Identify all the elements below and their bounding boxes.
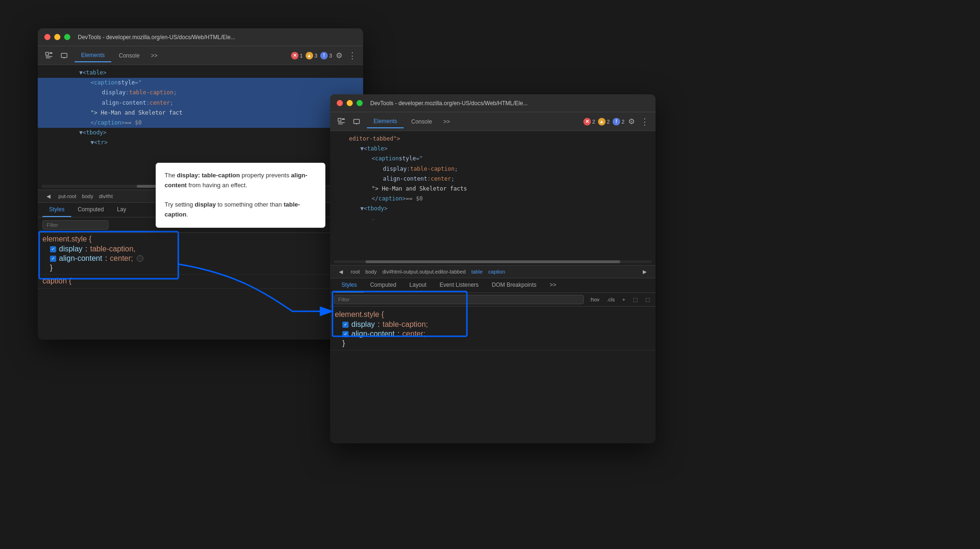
- html-line[interactable]: editor-tabbed">: [330, 134, 656, 144]
- style-rule-element-2: element.style { display : table-caption;…: [330, 308, 656, 350]
- warning-badge-1: ▲ 3: [306, 52, 317, 59]
- more-tabs-1[interactable]: >>: [147, 50, 161, 62]
- panel-tabs-2: Styles Computed Layout Event Listeners D…: [330, 278, 656, 293]
- rule-selector-2: element.style {: [335, 310, 651, 319]
- rule-body-1: display : table-caption, align-content :…: [42, 244, 358, 273]
- breadcrumb-div-1[interactable]: div#ht: [97, 192, 115, 200]
- device-icon-2[interactable]: [350, 115, 363, 128]
- filter-input-2[interactable]: [334, 295, 584, 304]
- tab-layout-2[interactable]: Layout: [403, 278, 433, 292]
- minimize-button-2[interactable]: [347, 100, 353, 106]
- html-panel-2: editor-tabbed"> ▼ <table> <caption style…: [330, 131, 656, 258]
- tab-layout-1[interactable]: Lay: [110, 203, 133, 217]
- html-line[interactable]: align-content: center;: [330, 174, 656, 184]
- badge-group-2: ✕ 2 ▲ 2 ! 2: [583, 118, 624, 125]
- html-line[interactable]: <caption style=": [330, 154, 656, 164]
- info-badge-2: ! 2: [613, 118, 624, 125]
- filter-input-1[interactable]: [42, 220, 108, 230]
- svg-rect-10: [338, 124, 343, 125]
- checkbox-align-2[interactable]: [342, 331, 349, 337]
- devtools-window-2: DevTools - developer.mozilla.org/en-US/d…: [330, 94, 656, 443]
- checkbox-display-2[interactable]: [342, 322, 349, 328]
- info-icon-1[interactable]: ⓘ: [137, 255, 143, 262]
- more-options-icon-1[interactable]: ⋮: [346, 49, 358, 63]
- maximize-button-1[interactable]: [64, 34, 70, 40]
- tab-computed-2[interactable]: Computed: [364, 278, 403, 292]
- rule-prop-display-1: display : table-caption,: [50, 244, 358, 254]
- html-line[interactable]: display: table-caption;: [38, 88, 363, 98]
- titlebar-2: DevTools - developer.mozilla.org/en-US/d…: [330, 94, 656, 112]
- breadcrumb-caption-2[interactable]: caption: [486, 268, 507, 275]
- rule-prop-align-2: align-content : center;: [342, 329, 651, 339]
- html-line[interactable]: ▼ <tbody>: [38, 128, 363, 138]
- html-line[interactable]: </caption> == $0: [330, 194, 656, 204]
- svg-rect-2: [46, 56, 52, 57]
- info-badge-1: ! 3: [320, 52, 332, 59]
- breadcrumb-body-1[interactable]: body: [80, 192, 95, 200]
- titlebar-1: DevTools - developer.mozilla.org/en-US/d…: [38, 28, 363, 46]
- add-rule-btn-2[interactable]: +: [621, 296, 627, 303]
- tab-styles-1[interactable]: Styles: [42, 203, 71, 217]
- html-line[interactable]: ▼ <tr>: [38, 138, 363, 148]
- breadcrumb-forward-2[interactable]: ►: [639, 266, 651, 277]
- error-icon-2: ✕: [583, 118, 591, 125]
- cls-btn-2[interactable]: .cls: [605, 296, 617, 303]
- html-line[interactable]: </caption> == $0: [38, 118, 363, 128]
- rule-body-2: display : table-caption; align-content :…: [335, 320, 651, 348]
- more-options-icon-2[interactable]: ⋮: [639, 115, 651, 129]
- html-line[interactable]: display: table-caption;: [330, 164, 656, 174]
- tab-dom-2[interactable]: DOM Breakpoints: [485, 278, 543, 292]
- breadcrumb-body-2[interactable]: body: [364, 268, 379, 275]
- close-button-1[interactable]: [44, 34, 50, 40]
- computed-btn-2[interactable]: ⬚: [643, 296, 652, 304]
- breadcrumb-table-2[interactable]: table: [469, 268, 484, 275]
- settings-icon-2[interactable]: ⚙: [626, 115, 637, 128]
- tab-computed-1[interactable]: Computed: [71, 203, 110, 217]
- html-line[interactable]: "> He-Man and Skeletor fact: [38, 108, 363, 118]
- tooltip-popup: The display: table-caption property prev…: [156, 163, 325, 228]
- more-tabs-2[interactable]: >>: [440, 116, 454, 128]
- html-line[interactable]: ▼ <tbody>: [330, 204, 656, 214]
- breadcrumb-root[interactable]: root: [349, 268, 362, 275]
- breadcrumb-back-1[interactable]: ◄: [42, 191, 55, 202]
- device-icon[interactable]: [58, 49, 71, 62]
- html-line[interactable]: ▼ <table>: [330, 144, 656, 154]
- tab-events-2[interactable]: Event Listeners: [433, 278, 485, 292]
- tab-styles-2[interactable]: Styles: [335, 278, 364, 292]
- scrollbar-2[interactable]: [334, 260, 652, 263]
- tab-console-2[interactable]: Console: [405, 116, 439, 128]
- tab-elements-2[interactable]: Elements: [367, 115, 404, 128]
- tab-more-2[interactable]: >>: [543, 278, 563, 292]
- hover-btn-2[interactable]: :hov: [588, 296, 601, 303]
- svg-rect-4: [61, 53, 67, 58]
- minimize-button-1[interactable]: [54, 34, 60, 40]
- error-icon-1: ✕: [291, 52, 299, 59]
- tab-elements-1[interactable]: Elements: [75, 49, 111, 62]
- maximize-button-2[interactable]: [357, 100, 363, 106]
- inspector-icon-2[interactable]: [335, 115, 348, 128]
- breadcrumb-2: ◄ root body div#html-output.output.edito…: [330, 265, 656, 278]
- style-rule-caption-1: caption {: [38, 275, 363, 289]
- checkbox-align-1[interactable]: [50, 256, 56, 262]
- inspector-icon[interactable]: [42, 49, 56, 62]
- breadcrumb-back-2[interactable]: ◄: [335, 266, 347, 277]
- tab-console-1[interactable]: Console: [112, 50, 146, 62]
- caption-selector-1: caption {: [42, 277, 358, 285]
- warning-icon-2: ▲: [598, 118, 606, 125]
- svg-rect-0: [46, 52, 49, 55]
- close-button-2[interactable]: [337, 100, 343, 106]
- breadcrumb-putroot[interactable]: put-root: [57, 192, 78, 200]
- style-rule-element-1: element.style { display : table-caption,…: [38, 233, 363, 275]
- checkbox-display-1[interactable]: [50, 246, 56, 252]
- html-line[interactable]: ▼ <table>: [38, 68, 363, 78]
- scroll-thumb-2[interactable]: [365, 260, 620, 263]
- rule-prop-display-2: display : table-caption;: [342, 320, 651, 329]
- html-line[interactable]: <caption style=": [38, 78, 363, 88]
- html-line[interactable]: "> He-Man and Skeletor facts: [330, 184, 656, 194]
- html-line[interactable]: align-content: center;: [38, 98, 363, 108]
- layout-btn-2[interactable]: ⬚: [631, 296, 639, 304]
- filter-toolbar-2: :hov .cls + ⬚ ⬚: [330, 293, 656, 307]
- settings-icon-1[interactable]: ⚙: [334, 49, 344, 62]
- svg-rect-11: [354, 119, 359, 124]
- breadcrumb-div-2[interactable]: div#html-output.output.editor-tabbed: [381, 268, 468, 275]
